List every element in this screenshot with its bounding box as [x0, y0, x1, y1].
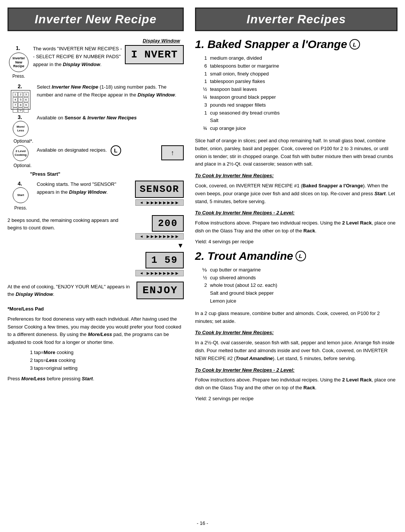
ingredient-item: ½cup slivered almonds: [195, 274, 398, 282]
tap-list-item: 2 taps=Less cooking: [30, 357, 184, 365]
step-3-moreless-text: Available on Sensor & Inverter New Recip…: [37, 114, 184, 122]
step-3-2level: 2 LevelCooking Available on designated r…: [8, 145, 184, 161]
recipe-2: 2. Trout Amandine L ⅓cup butter or marga…: [195, 250, 398, 401]
ingredient-item: ⅓cup butter or margarine: [195, 266, 398, 274]
enjoy-section: At the end of cooking, "ENJOY YOUR MEAL"…: [8, 282, 184, 299]
step-1-right: I NVERT: [125, 45, 184, 79]
recipe-1-yield: Yield: 4 servings per recipe: [195, 239, 398, 244]
left-title-banner: Inverter New Recipe: [8, 8, 184, 31]
step-3-moreless: 3. More/Less Available on Sensor & Inver…: [8, 114, 184, 137]
tap-list-item: 3 taps=original setting: [30, 365, 184, 372]
beeps-section: 2 beeps sound, the remaining cooking app…: [8, 215, 184, 276]
recipe-2-description: In a 2 cup glass measure, combine butter…: [195, 310, 398, 326]
ingredient-item: 2whole trout (about 12 oz. each): [195, 282, 398, 289]
moreless-header: *More/Less Pad: [8, 306, 44, 312]
countdown-dots-1: ◄ ▶▶▶▶▶▶▶▶: [135, 233, 184, 240]
recipe-2-cook-2level: To Cook by Inverter New Recipes - 2 Leve…: [195, 366, 398, 392]
step-3-number: 3.: [18, 114, 22, 120]
ingredient-item: Salt and ground black pepper: [195, 289, 398, 297]
recipe-1: 1. Baked Snapper a l'Orange L 1medium or…: [195, 38, 398, 244]
recipe-2-l-icon: L: [296, 251, 306, 261]
recipe-1-title: 1. Baked Snapper a l'Orange L: [195, 38, 398, 51]
page-number: - 16 -: [0, 517, 405, 532]
step-3-2level-text: Available on designated recipes. L: [37, 145, 124, 156]
step-4-number: 4.: [18, 181, 22, 187]
step-3-2level-left: 2 LevelCooking: [8, 145, 34, 161]
step-1-icon: InverterNewRecipe: [9, 53, 28, 72]
ingredient-item: Salt: [195, 117, 398, 125]
ingredient-item: 6tablespoons butter or margarine: [195, 62, 398, 70]
tap-list-item: 1 tap=More cooking: [30, 349, 184, 357]
step-1-press: Press.: [12, 74, 25, 79]
ingredient-item: 1tablespoon parsley flakes: [195, 78, 398, 86]
step-2-text: Select Inverter New Recipe (1-18) using …: [37, 83, 184, 99]
ingredient-item: 1medium orange, divided: [195, 54, 398, 62]
ingredient-item: 1small onion, finely chopped: [195, 70, 398, 78]
display-window-label: Display Window: [8, 38, 184, 44]
recipe-1-description: Slice half of orange in slices; peel and…: [195, 137, 398, 168]
beeps-text: 2 beeps sound, the remaining cooking app…: [8, 217, 132, 231]
recipe-2-cook-inverter: To Cook by Inverter New Recipes: In a 2½…: [195, 329, 398, 362]
step-1-number: 1.: [16, 45, 20, 51]
step-4-text: Cooking starts. The word "SENSOR" appear…: [37, 181, 124, 196]
step-3-optional1: Optional*.: [13, 138, 184, 144]
ingredient-item: ½teaspoon basil leaves: [195, 86, 398, 93]
step-4-displays: SENSOR ◄ ▶▶▶▶▶▶▶▶: [128, 181, 184, 206]
step-2: 2. 123 456 789 0 Select Inverter New Rec…: [8, 83, 184, 110]
right-title-text: Inverter Recipes: [246, 12, 346, 26]
ingredient-item: 3pounds red snapper fillets: [195, 101, 398, 109]
step-2-number: 2.: [18, 83, 22, 89]
start-icon: Start: [13, 187, 28, 203]
ingredient-item: Lemon juice: [195, 297, 398, 305]
recipe-2-yield: Yield: 2 servings per recipe: [195, 396, 398, 401]
step-1-text: The words "INVERTER NEW RECIPES - - SELE…: [33, 45, 122, 79]
recipe-1-ingredients: 1medium orange, divided 6tablespoons but…: [195, 54, 398, 133]
recipe-2-ingredients: ⅓cup butter or margarine ½cup slivered a…: [195, 266, 398, 305]
step-4-press: Press.: [14, 205, 27, 211]
twolevel-icon: 2 LevelCooking: [13, 145, 28, 161]
countdown-displays: 200 ◄ ▶▶▶▶▶▶▶▶ ▼ 1 59 ◄ ▶▶▶▶▶▶▶▶: [135, 215, 184, 276]
tap-list: 1 tap=More cooking 2 taps=Less cooking 3…: [30, 349, 184, 372]
sensor-display: SENSOR: [135, 181, 184, 198]
step-1: 1. InverterNewRecipe Press. The words "I…: [8, 45, 184, 79]
step-4: 4. Start Press. Cooking starts. The word…: [8, 181, 184, 211]
right-title-banner: Inverter Recipes: [195, 8, 398, 31]
left-column: Inverter New Recipe Display Window 1. In…: [4, 8, 188, 513]
numpad-icon: 123 456 789 0: [11, 90, 30, 110]
recipe-1-cook-2level: To Cook by Inverter New Recipes - 2 Leve…: [195, 209, 398, 235]
step-2-left: 2. 123 456 789 0: [8, 83, 34, 110]
left-title-text: Inverter New Recipe: [35, 12, 157, 26]
step-1-left: 1. InverterNewRecipe Press.: [8, 45, 30, 79]
step-3-optional2: Optional.: [13, 163, 184, 168]
recipe-2-title: 2. Trout Amandine L: [195, 250, 398, 262]
enjoy-display: ENJOY: [136, 282, 184, 299]
step-1-display: I NVERT: [125, 45, 184, 64]
press-start-label: "Press Start": [30, 171, 184, 177]
display-159: 1 59: [146, 252, 184, 268]
moreless-section: *More/Less Pad Preferences for food done…: [8, 305, 184, 383]
step-3-display-area: ↑: [128, 145, 184, 160]
l-circle-icon: L: [111, 145, 121, 156]
recipe-1-cook-inverter: To Cook by Inverter New Recipes: Cook, c…: [195, 172, 398, 205]
moreless-body: Preferences for food doneness vary with …: [8, 315, 184, 347]
enjoy-text: At the end of cooking, "ENJOY YOUR MEAL"…: [8, 283, 133, 298]
display-200: 200: [152, 215, 184, 232]
countdown-dots-2: ◄ ▶▶▶▶▶▶▶▶: [135, 270, 184, 276]
ingredient-item: 1cup seasoned dry bread crumbs: [195, 109, 398, 117]
press-moreless-text: Press More/Less before pressing Start.: [8, 375, 184, 383]
step-3-left: 3. More/Less: [8, 114, 34, 137]
recipe-1-l-icon: L: [350, 39, 360, 50]
step-3: 3. More/Less Available on Sensor & Inver…: [8, 114, 184, 177]
ingredient-item: ¼teaspoon ground black pepper: [195, 93, 398, 101]
moreless-icon: More/Less: [13, 121, 28, 137]
sensor-dots: ◄ ▶▶▶▶▶▶▶▶: [135, 199, 184, 206]
ingredient-item: ¾cup orange juice: [195, 125, 398, 133]
arrow-display: ↑: [161, 145, 184, 160]
right-column: Inverter Recipes 1. Baked Snapper a l'Or…: [191, 8, 401, 513]
step-4-left: 4. Start Press.: [8, 181, 34, 211]
arrow-down-icon: ▼: [177, 242, 184, 250]
